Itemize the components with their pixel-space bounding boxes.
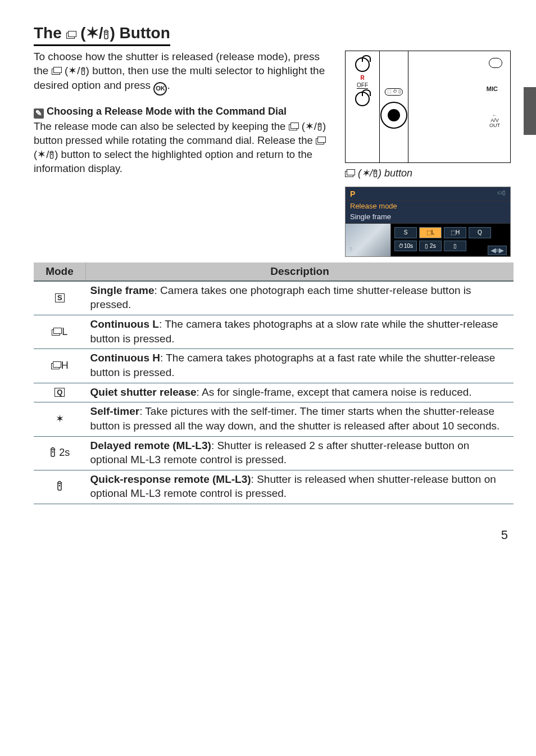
col-mode: Mode: [34, 262, 86, 281]
button-label: ⬚ ⏱ ▯: [385, 88, 403, 96]
continuous-high-icon: [51, 361, 61, 369]
col-desc: Description: [86, 262, 514, 281]
desc-cell: Quick-response remote (ML-L3): Shutter i…: [86, 470, 514, 504]
screen-title: Release mode: [346, 201, 510, 212]
mode-dial-icon: [355, 57, 370, 72]
table-row: L Continuous L: The camera takes photogr…: [34, 315, 514, 349]
mode-icon-cell: 2s: [34, 436, 86, 470]
svg-point-7: [51, 154, 52, 155]
burst-icon: [345, 169, 355, 177]
mode-option: ⬚H: [444, 227, 466, 238]
help-icon: ?: [349, 246, 352, 255]
nav-hint: ◀≡▶: [488, 246, 507, 255]
remote-icon: [49, 150, 54, 159]
diagram-caption: (✶/) button: [345, 166, 514, 180]
table-row: Quick-response remote (ML-L3): Shutter i…: [34, 470, 514, 504]
port-icon: [489, 58, 502, 68]
svg-rect-2: [81, 69, 84, 75]
mode-icon-cell: ✶: [34, 402, 86, 436]
mode-icon-cell: Q: [34, 383, 86, 402]
burst-icon: [66, 31, 76, 39]
desc-cell: Continuous H: The camera takes photograp…: [86, 349, 514, 383]
svg-point-1: [106, 34, 107, 35]
camera-diagram: ROFF ⬚ ⏱ ▯ MIC ←A/VOUT: [345, 51, 511, 163]
svg-rect-4: [319, 125, 321, 130]
burst-icon: [289, 123, 299, 130]
svg-point-9: [375, 173, 376, 174]
table-row: H Continuous H: The camera takes photogr…: [34, 349, 514, 383]
desc-cell: Single frame: Camera takes one photograp…: [86, 281, 514, 315]
mode-option: Q: [469, 227, 491, 238]
delayed-remote-icon: [49, 447, 56, 457]
table-row: S Single frame: Camera takes one photogr…: [34, 281, 514, 315]
desc-cell: Delayed remote (ML-L3): Shutter is relea…: [86, 436, 514, 470]
paren-icons: (✶/): [80, 24, 115, 42]
page-title: The (✶/) Button: [34, 22, 170, 46]
timer-icon: ✶: [305, 120, 314, 132]
svg-rect-12: [58, 483, 61, 490]
svg-rect-0: [105, 32, 108, 39]
svg-point-3: [83, 70, 84, 71]
remote-icon: [373, 169, 378, 178]
table-row: ✶ Self-timer: Take pictures with the sel…: [34, 402, 514, 436]
desc-cell: Self-timer: Take pictures with the self-…: [86, 402, 514, 436]
desc-cell: Quiet shutter release: As for single-fra…: [86, 383, 514, 402]
svg-rect-8: [374, 171, 377, 176]
table-row: 2s Delayed remote (ML-L3): Shutter is re…: [34, 436, 514, 470]
mode-icon-cell: L: [34, 315, 86, 349]
av-label: ←A/VOUT: [489, 113, 500, 128]
ok-icon: OK: [153, 82, 167, 96]
mode-option: ⬚L: [419, 227, 442, 238]
mode-icon-cell: S: [34, 281, 86, 315]
svg-point-13: [59, 485, 61, 487]
svg-point-5: [319, 126, 320, 127]
screen-subtitle: Single frame: [346, 212, 510, 224]
mode-icon-cell: H: [34, 349, 86, 383]
mode-icon-cell: [34, 470, 86, 504]
burst-icon: [52, 67, 62, 75]
note-icon: ✎: [34, 108, 44, 119]
self-timer-icon: ✶: [56, 413, 64, 424]
quick-remote-icon: [56, 481, 63, 491]
timer-icon: ✶: [68, 65, 77, 76]
note-heading: ✎ Choosing a Release Mode with the Comma…: [34, 105, 334, 119]
movie-dial-icon: [355, 92, 370, 106]
mode-indicator: P: [350, 189, 355, 200]
single-frame-icon: S: [55, 293, 65, 302]
continuous-low-icon: [52, 328, 62, 336]
quiet-icon: Q: [54, 388, 65, 397]
intro-text: To choose how the shutter is released (r…: [34, 49, 334, 96]
burst-icon: [316, 137, 326, 144]
svg-rect-10: [51, 450, 54, 456]
mic-label: MIC: [487, 85, 498, 93]
remote-icon: [103, 29, 110, 39]
roff-label: ROFF: [346, 74, 379, 89]
battery-icon: ▭▯: [497, 189, 506, 200]
mode-table: Mode Description S Single frame: Camera …: [34, 262, 514, 504]
remote-icon: [317, 122, 322, 131]
info-display: P ▭▯ Release mode Single frame S ⬚L ⬚H Q…: [345, 187, 511, 257]
note-body: The release mode can also be selected by…: [34, 120, 334, 176]
release-button-icon: [380, 102, 407, 129]
timer-icon: ✶: [37, 148, 46, 160]
svg-rect-6: [51, 153, 53, 159]
desc-cell: Continuous L: The camera takes photograp…: [86, 315, 514, 349]
table-row: Q Quiet shutter release: As for single-f…: [34, 383, 514, 402]
svg-point-11: [52, 451, 54, 453]
remote-icon: [80, 66, 86, 75]
mode-option: S: [394, 227, 417, 238]
page-number: 5: [34, 527, 514, 544]
